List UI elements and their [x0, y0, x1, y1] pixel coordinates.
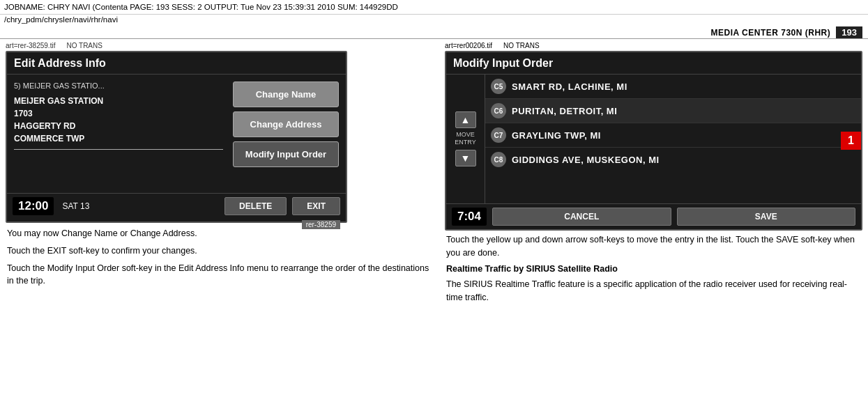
entry-text-6: PURITAN, DETROIT, MI	[512, 106, 617, 116]
entry-icon-7: C7	[491, 127, 506, 143]
entry-icon-6: C6	[491, 103, 506, 118]
move-entry-label: MOVEENTRY	[455, 131, 475, 146]
move-down-button[interactable]: ▼	[455, 150, 476, 166]
modify-input-order-button[interactable]: Modify Input Order	[233, 141, 339, 167]
address-divider	[14, 149, 223, 150]
body-para-1: You may now Change Name or Change Addres…	[7, 227, 436, 240]
address-line4: COMMERCE TWP	[14, 132, 223, 145]
entry-icon-5: C5	[491, 79, 506, 94]
move-entry-control: ▲ MOVEENTRY ▼	[446, 75, 485, 203]
left-screen-footer: 12:00 SAT 13 DELETE EXIT	[7, 193, 346, 219]
left-art-ref: art=rer-38259.tif NO TRANS	[6, 42, 438, 49]
edit-address-title: Edit Address Info	[7, 52, 346, 75]
entry-text-8: GIDDINGS AVE, MUSKEGON, MI	[512, 155, 660, 165]
tab-marker: 1	[841, 132, 861, 150]
address-line3: HAGGERTY RD	[14, 120, 223, 132]
page-number-badge: 193	[836, 26, 862, 38]
save-button[interactable]: SAVE	[677, 208, 855, 226]
address-line2: 1703	[14, 107, 223, 120]
left-screen-day: SAT 13	[62, 201, 89, 211]
change-address-button[interactable]: Change Address	[233, 111, 339, 137]
change-name-button[interactable]: Change Name	[233, 81, 339, 107]
modify-input-order-title: Modify Input Order	[446, 52, 861, 75]
move-up-button[interactable]: ▲	[455, 111, 476, 128]
entry-text-5: SMART RD, LACHINE, MI	[512, 81, 627, 92]
entry-row-7[interactable]: C7 GRAYLING TWP, MI	[485, 123, 861, 148]
entries-list: C5 SMART RD, LACHINE, MI C6 PURITAN, DET…	[485, 75, 861, 203]
body-para-3: Touch the Modify Input Order soft-key in…	[7, 262, 436, 288]
entry-name: 5) MEIJER GAS STATIO...	[14, 80, 223, 92]
art-stamp: rer-38259	[302, 220, 340, 229]
entry-row-6[interactable]: C6 PURITAN, DETROIT, MI	[485, 99, 861, 123]
right-art-ref: art=rer00206.tif NO TRANS	[445, 42, 862, 49]
exit-button[interactable]: EXIT	[292, 197, 340, 215]
cancel-button[interactable]: CANCEL	[492, 208, 671, 226]
left-column: art=rer-38259.tif NO TRANS Edit Address …	[6, 42, 438, 310]
media-header: MEDIA CENTER 730N (RHR) 193	[0, 25, 868, 39]
right-column: art=rer00206.tif NO TRANS 1 Modify Input…	[445, 42, 862, 310]
entry-text-7: GRAYLING TWP, MI	[512, 130, 601, 141]
footer-buttons: DELETE EXIT	[224, 197, 340, 215]
address-line1: MEIJER GAS STATION	[14, 95, 223, 107]
body-para-2: Touch the EXIT soft-key to confirm your …	[7, 244, 436, 258]
job-header-line1: JOBNAME: CHRY NAVI (Contenta PAGE: 193 S…	[0, 0, 868, 15]
right-body-para-1: Touch the yellow up and down arrow soft-…	[446, 233, 861, 260]
edit-address-screen: Edit Address Info 5) MEIJER GAS STATIO..…	[6, 51, 347, 223]
right-body-heading: Realtime Traffic by SIRIUS Satellite Rad…	[446, 263, 861, 276]
right-body-text: Touch the yellow up and down arrow soft-…	[445, 231, 862, 310]
entry-row-5[interactable]: C5 SMART RD, LACHINE, MI	[485, 75, 861, 99]
left-screen-body: 5) MEIJER GAS STATIO... MEIJER GAS STATI…	[7, 75, 346, 193]
left-screen-time: 12:00	[13, 197, 54, 215]
job-header-line2: /chry_pdm/chrysler/navi/rhr/navi	[0, 15, 868, 25]
entry-icon-8: C8	[491, 152, 506, 167]
right-screen-time: 7:04	[452, 208, 487, 226]
entry-row-8[interactable]: C8 GIDDINGS AVE, MUSKEGON, MI	[485, 148, 861, 171]
delete-button[interactable]: DELETE	[224, 197, 287, 215]
right-screen-body: ▲ MOVEENTRY ▼ C5 SMART RD, LACHINE, MI C…	[446, 75, 861, 203]
address-info: 5) MEIJER GAS STATIO... MEIJER GAS STATI…	[11, 79, 226, 189]
action-buttons: Change Name Change Address Modify Input …	[230, 79, 342, 189]
right-footer-buttons: CANCEL SAVE	[492, 208, 855, 226]
media-header-text: MEDIA CENTER 730N (RHR)	[711, 28, 831, 38]
address-lines: MEIJER GAS STATION 1703 HAGGERTY RD COMM…	[14, 95, 223, 145]
right-screen-footer: 7:04 CANCEL SAVE	[446, 203, 861, 229]
right-body-para-2: The SIRIUS Realtime Traffic feature is a…	[446, 278, 861, 304]
main-content: art=rer-38259.tif NO TRANS Edit Address …	[0, 42, 868, 310]
left-body-text: You may now Change Name or Change Addres…	[6, 223, 438, 295]
left-screen-wrapper: Edit Address Info 5) MEIJER GAS STATIO..…	[6, 51, 438, 223]
modify-input-order-screen: 1 Modify Input Order ▲ MOVEENTRY ▼ C5 SM…	[445, 51, 862, 231]
